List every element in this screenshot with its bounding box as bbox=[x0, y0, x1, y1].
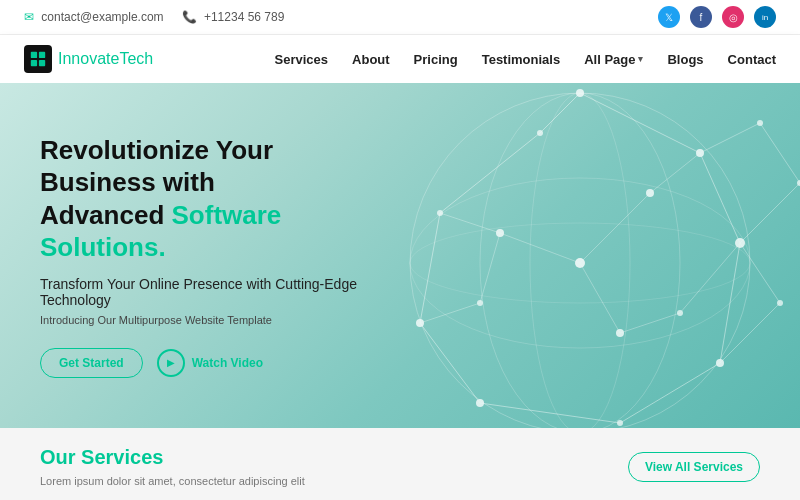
logo-text: InnovateTech bbox=[58, 50, 153, 68]
svg-point-37 bbox=[777, 300, 783, 306]
services-left: Our Services Lorem ipsum dolor sit amet,… bbox=[40, 446, 305, 487]
twitter-icon[interactable]: 𝕏 bbox=[658, 6, 680, 28]
svg-point-47 bbox=[677, 310, 683, 316]
hero-desc: Introducing Our Multipurpose Website Tem… bbox=[40, 314, 380, 326]
svg-rect-0 bbox=[31, 52, 37, 58]
watch-video-label: Watch Video bbox=[192, 356, 263, 370]
nav-services[interactable]: Services bbox=[275, 52, 329, 67]
svg-point-46 bbox=[616, 329, 624, 337]
logo-icon bbox=[24, 45, 52, 73]
services-section: Our Services Lorem ipsum dolor sit amet,… bbox=[0, 428, 800, 500]
phone-text: +11234 56 789 bbox=[204, 10, 284, 24]
svg-point-38 bbox=[716, 359, 724, 367]
svg-line-19 bbox=[760, 123, 800, 183]
email-icon: ✉ bbox=[24, 10, 34, 24]
svg-line-20 bbox=[740, 183, 800, 243]
svg-point-45 bbox=[575, 258, 585, 268]
facebook-icon[interactable]: f bbox=[690, 6, 712, 28]
email-item: ✉ contact@example.com bbox=[24, 10, 164, 24]
nav-blogs[interactable]: Blogs bbox=[667, 52, 703, 67]
svg-line-29 bbox=[440, 213, 500, 233]
svg-point-34 bbox=[757, 120, 763, 126]
svg-point-43 bbox=[537, 130, 543, 136]
svg-line-16 bbox=[440, 133, 540, 213]
svg-rect-1 bbox=[39, 52, 45, 58]
nav-allpage[interactable]: All Page ▾ bbox=[584, 52, 643, 67]
phone-icon: 📞 bbox=[182, 10, 197, 24]
svg-rect-3 bbox=[39, 60, 45, 66]
phone-item: 📞 +11234 56 789 bbox=[182, 10, 285, 24]
nav-links: Services About Pricing Testimonials All … bbox=[275, 52, 776, 67]
svg-line-12 bbox=[620, 363, 720, 423]
services-title: Our Services bbox=[40, 446, 305, 469]
svg-line-9 bbox=[580, 93, 700, 153]
topbar-social: 𝕏 f ◎ in bbox=[658, 6, 776, 28]
svg-point-39 bbox=[617, 420, 623, 426]
nav-about[interactable]: About bbox=[352, 52, 390, 67]
svg-line-30 bbox=[480, 233, 500, 303]
svg-line-18 bbox=[700, 123, 760, 153]
logo-svg bbox=[29, 50, 47, 68]
svg-point-48 bbox=[496, 229, 504, 237]
svg-line-21 bbox=[740, 243, 780, 303]
topbar: ✉ contact@example.com 📞 +11234 56 789 𝕏 … bbox=[0, 0, 800, 35]
svg-line-31 bbox=[420, 303, 480, 323]
logo[interactable]: InnovateTech bbox=[24, 45, 153, 73]
instagram-icon[interactable]: ◎ bbox=[722, 6, 744, 28]
hero-buttons: Get Started ▶ Watch Video bbox=[40, 348, 380, 378]
hero-subtitle: Transform Your Online Presence with Cutt… bbox=[40, 276, 380, 308]
topbar-contact: ✉ contact@example.com 📞 +11234 56 789 bbox=[24, 10, 284, 24]
svg-line-26 bbox=[620, 313, 680, 333]
watch-video-button[interactable]: ▶ Watch Video bbox=[157, 349, 263, 377]
svg-point-44 bbox=[646, 189, 654, 197]
services-desc: Lorem ipsum dolor sit amet, consectetur … bbox=[40, 475, 305, 487]
logo-brand: Innovate bbox=[58, 50, 119, 67]
logo-suffix: Tech bbox=[119, 50, 153, 67]
svg-line-15 bbox=[420, 213, 440, 323]
svg-rect-2 bbox=[31, 60, 37, 66]
nav-pricing[interactable]: Pricing bbox=[414, 52, 458, 67]
svg-line-17 bbox=[540, 93, 580, 133]
svg-line-11 bbox=[720, 243, 740, 363]
svg-point-36 bbox=[735, 238, 745, 248]
svg-line-25 bbox=[580, 263, 620, 333]
nav-contact[interactable]: Contact bbox=[728, 52, 776, 67]
svg-point-42 bbox=[437, 210, 443, 216]
play-icon: ▶ bbox=[157, 349, 185, 377]
view-all-services-button[interactable]: View All Services bbox=[628, 452, 760, 482]
hero-title: Revolutionize Your Business with Advance… bbox=[40, 134, 380, 264]
svg-line-23 bbox=[650, 153, 700, 193]
linkedin-icon[interactable]: in bbox=[754, 6, 776, 28]
svg-line-24 bbox=[580, 193, 650, 263]
hero-content: Revolutionize Your Business with Advance… bbox=[0, 94, 420, 418]
nav-testimonials[interactable]: Testimonials bbox=[482, 52, 561, 67]
navbar: InnovateTech Services About Pricing Test… bbox=[0, 35, 800, 83]
svg-line-28 bbox=[500, 233, 580, 263]
hero-title-line1: Revolutionize Your Business with bbox=[40, 135, 273, 198]
email-text: contact@example.com bbox=[41, 10, 163, 24]
allpage-chevron: ▾ bbox=[638, 54, 643, 64]
svg-point-33 bbox=[696, 149, 704, 157]
hero-title-highlight: Advanced Software Solutions. bbox=[40, 200, 281, 263]
svg-line-14 bbox=[420, 323, 480, 403]
svg-point-32 bbox=[576, 89, 584, 97]
hero-section: Revolutionize Your Business with Advance… bbox=[0, 83, 800, 428]
svg-point-49 bbox=[477, 300, 483, 306]
svg-point-40 bbox=[476, 399, 484, 407]
get-started-button[interactable]: Get Started bbox=[40, 348, 143, 378]
